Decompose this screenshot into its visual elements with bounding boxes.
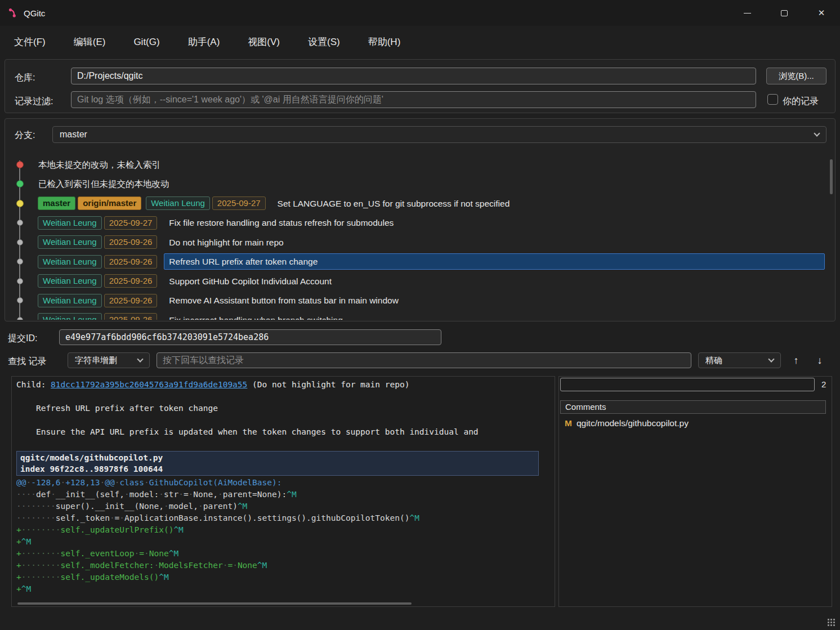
diff-line: +^M xyxy=(16,583,552,595)
ref-badge: master xyxy=(38,196,75,210)
graph-cell xyxy=(6,278,33,284)
diff-line: +········self._modelFetcher:·ModelsFetch… xyxy=(16,560,552,571)
whitespace-dots: · xyxy=(159,490,164,499)
log-filter-input[interactable] xyxy=(71,91,756,108)
commit-row[interactable]: masterorigin/masterWeitian Leung2025-09-… xyxy=(6,194,827,213)
menu-item[interactable]: Git(G) xyxy=(119,30,173,54)
find-next-button[interactable]: ↓ xyxy=(811,352,829,368)
diff-text: parent) xyxy=(203,502,238,511)
resize-grip-icon[interactable] xyxy=(827,618,835,627)
file-list: Mqgitc/models/githubcopilot.py xyxy=(560,416,830,605)
commit-list: 本地未提交的改动，未检入索引已检入到索引但未提交的本地改动masterorigi… xyxy=(6,151,827,320)
file-count-label: 2 xyxy=(821,379,826,389)
whitespace-dots: ···· xyxy=(16,490,36,499)
diff-line: ····def·__init__(self,·model:·str·=·None… xyxy=(16,489,552,501)
close-button[interactable]: ✕ xyxy=(803,0,840,26)
find-input[interactable] xyxy=(157,352,691,368)
diff-view: Child: 81dcc11792a395bc26045763a91fd9a6d… xyxy=(16,379,552,600)
branch-combo[interactable]: master xyxy=(52,126,826,143)
minimize-button[interactable] xyxy=(729,0,766,26)
whitespace-dots: · xyxy=(26,478,31,487)
diff-text: parent=None): xyxy=(223,490,287,499)
graph-dot-icon xyxy=(17,220,23,226)
find-mode-combo[interactable]: 字符串增删 xyxy=(68,352,150,368)
whitespace-dots: ········ xyxy=(21,549,61,558)
commit-row[interactable]: Weitian Leung2025-09-26Fix incorrect han… xyxy=(6,310,827,320)
ref-badge: origin/master xyxy=(78,196,141,210)
whitespace-dots: ········ xyxy=(21,573,61,582)
diff-text: + xyxy=(16,561,21,570)
repo-path-input[interactable] xyxy=(71,68,756,84)
find-previous-button[interactable]: ↑ xyxy=(787,352,805,368)
graph-cell xyxy=(6,161,33,168)
menu-bar: 文件(F)编辑(E)Git(G)助手(A)视图(V)设置(S)帮助(H) xyxy=(0,26,840,59)
row-text: 已检入到索引但未提交的本地改动 xyxy=(38,176,825,192)
match-mode-combo[interactable]: 精确 xyxy=(698,352,781,368)
diff-text: None xyxy=(238,561,257,570)
diff-horizontal-scrollbar[interactable] xyxy=(17,602,412,605)
diff-line: Ensure the API URL prefix is updated whe… xyxy=(16,426,552,438)
uncommitted-row[interactable]: 本地未提交的改动，未检入索引 xyxy=(6,155,827,175)
diff-text: self._token xyxy=(56,513,110,522)
commit-row[interactable]: Weitian Leung2025-09-26Support GitHub Co… xyxy=(6,271,827,291)
diff-line xyxy=(16,438,552,450)
menu-item[interactable]: 文件(F) xyxy=(0,30,60,54)
file-filter-input[interactable] xyxy=(560,378,815,391)
whitespace-dots: · xyxy=(51,490,56,499)
graph-dot-icon xyxy=(17,278,23,284)
window-controls: ✕ xyxy=(729,0,840,26)
your-commits-checkbox[interactable] xyxy=(767,94,778,105)
whitespace-dots: · xyxy=(218,490,223,499)
maximize-button[interactable] xyxy=(766,0,803,26)
diff-text: ModelsFetcher xyxy=(159,561,223,570)
comments-header[interactable]: Comments xyxy=(560,400,826,414)
file-row[interactable]: Mqgitc/models/githubcopilot.py xyxy=(560,416,830,431)
browse-button[interactable]: 浏览(B)... xyxy=(766,68,826,84)
diff-line: +········self._updateModels()^M xyxy=(16,571,552,583)
diff-file-index: index 96f22c8..98978f6 100644 xyxy=(20,463,535,475)
commit-row[interactable]: Weitian Leung2025-09-27Fix file restore … xyxy=(6,213,827,233)
parent-sha-link[interactable]: 81dcc11792a395bc26045763a91fd9a6de109a55 xyxy=(51,380,247,389)
diff-line: +^M xyxy=(16,536,552,548)
commit-id-label: 提交ID: xyxy=(8,333,37,345)
menu-item[interactable]: 助手(A) xyxy=(174,30,234,54)
branch-value: master xyxy=(60,129,87,140)
menu-item[interactable]: 帮助(H) xyxy=(354,30,415,54)
title-bar: QGitc ✕ xyxy=(0,0,840,26)
graph-cell xyxy=(6,200,33,207)
graph-dot-icon xyxy=(16,200,24,207)
maximize-icon xyxy=(781,10,788,16)
commit-id-input[interactable] xyxy=(59,329,441,345)
date-badge: 2025-09-26 xyxy=(104,294,158,307)
whitespace-dots: · xyxy=(135,549,140,558)
diff-text: GithubCopilot(AiModelBase): xyxy=(149,478,282,487)
diff-child-suffix: (Do not highlight for main repo) xyxy=(247,380,409,389)
commit-row[interactable]: Weitian Leung2025-09-26Remove AI Assista… xyxy=(6,291,827,311)
graph-dot-red-icon xyxy=(16,161,24,168)
commit-message: Fix file restore handling and status ref… xyxy=(164,215,825,231)
date-badge: 2025-09-27 xyxy=(212,196,266,210)
match-mode-value: 精确 xyxy=(705,355,722,366)
author-badge: Weitian Leung xyxy=(38,274,102,288)
date-badge: 2025-09-27 xyxy=(104,216,158,230)
diff-child-label: Child: xyxy=(16,380,51,389)
commit-message: Support GitHub Copilot Individual Accoun… xyxy=(164,273,825,289)
menu-item[interactable]: 设置(S) xyxy=(294,30,354,54)
diff-text: @@ xyxy=(105,478,114,487)
whitespace-dots: · xyxy=(144,478,149,487)
diff-line xyxy=(16,414,552,426)
menu-item[interactable]: 编辑(E) xyxy=(60,30,120,54)
diff-text: = xyxy=(184,490,189,499)
uncommitted-row[interactable]: 已检入到索引但未提交的本地改动 xyxy=(6,175,827,194)
diff-line: ········self._token·=·ApplicationBase.in… xyxy=(16,512,552,524)
author-badge: Weitian Leung xyxy=(146,196,210,210)
carriage-return-marker: ^M xyxy=(169,549,178,558)
commit-row[interactable]: Weitian Leung2025-09-26Refresh URL prefi… xyxy=(6,252,827,272)
menu-item[interactable]: 视图(V) xyxy=(234,30,294,54)
whitespace-dots: · xyxy=(154,561,159,570)
diff-text: None, xyxy=(193,490,218,499)
diff-text: def xyxy=(36,490,51,499)
commit-row[interactable]: Weitian Leung2025-09-26Do not highlight … xyxy=(6,233,827,252)
diff-line: +········self._updateUrlPrefix()^M xyxy=(16,524,552,536)
log-vertical-scrollbar[interactable] xyxy=(830,159,833,194)
